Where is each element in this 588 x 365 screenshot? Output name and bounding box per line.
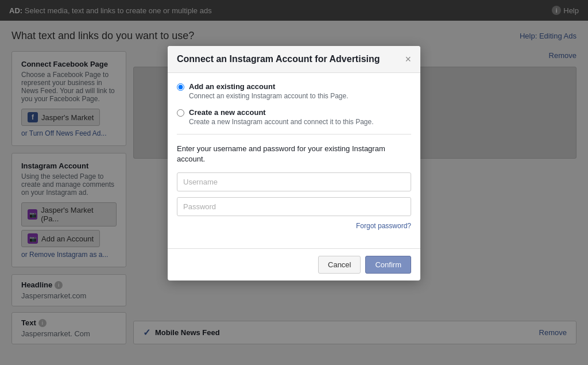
add-existing-option: Add an existing account Connect an exist… [177,82,411,100]
add-existing-label: Add an existing account [189,82,349,91]
create-new-option: Create a new account Create a new Instag… [177,108,411,126]
cancel-button[interactable]: Cancel [318,256,361,274]
modal-body: Add an existing account Connect an exist… [168,73,420,248]
forgot-password-link[interactable]: Forgot password? [177,222,411,230]
modal-footer: Cancel Confirm [168,248,420,281]
modal-overlay: Connect an Instagram Account for Adverti… [0,0,588,365]
create-new-desc: Create a new Instagram account and conne… [189,118,374,126]
add-existing-text: Add an existing account Connect an exist… [189,82,349,100]
modal-divider [177,134,411,135]
modal-header: Connect an Instagram Account for Adverti… [168,46,420,73]
modal-close-button[interactable]: × [405,54,411,64]
modal-title: Connect an Instagram Account for Adverti… [177,54,380,64]
add-existing-desc: Connect an existing Instagram account to… [189,92,349,100]
create-new-label: Create a new account [189,108,374,117]
modal: Connect an Instagram Account for Adverti… [168,46,420,281]
password-input[interactable] [177,197,411,216]
username-input[interactable] [177,172,411,191]
add-existing-radio[interactable] [177,83,184,91]
modal-instruction: Enter your username and password for you… [177,144,411,164]
create-new-text: Create a new account Create a new Instag… [189,108,374,126]
confirm-button[interactable]: Confirm [365,256,411,274]
create-new-radio[interactable] [177,109,184,117]
